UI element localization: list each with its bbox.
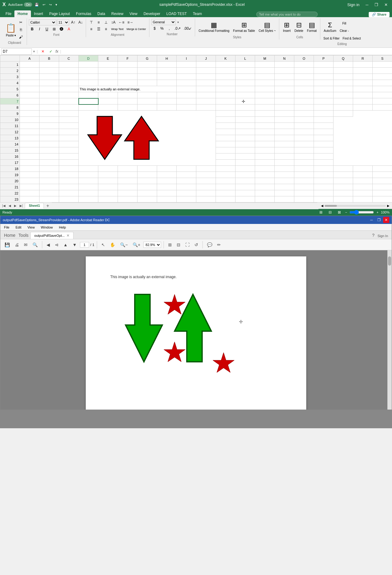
conditional-formatting-button[interactable]: ▦ Conditional Formatting — [197, 19, 231, 35]
row-header-6[interactable]: 6 — [0, 92, 20, 98]
pdf-save-button[interactable]: 💾 — [3, 241, 12, 248]
indent-increase-button[interactable]: ≡→ — [126, 19, 134, 26]
paste-dropdown-icon[interactable]: ▾ — [14, 34, 16, 37]
col-header-n[interactable]: N — [275, 55, 294, 62]
pdf-select-tool[interactable]: ↖ — [100, 241, 107, 248]
restore-button[interactable]: ❐ — [373, 2, 380, 8]
sheet-nav-last[interactable]: ▶| — [19, 203, 24, 208]
tab-developer[interactable]: Developer — [141, 10, 164, 17]
zoom-plus[interactable]: + — [376, 210, 378, 214]
pdf-menu-help[interactable]: Help — [58, 225, 67, 230]
text-direction-button[interactable]: ↕A — [110, 19, 117, 26]
pdf-comment-button[interactable]: 💬 — [205, 241, 214, 248]
col-header-g[interactable]: G — [138, 55, 157, 62]
pdf-fit-width-button[interactable]: ⊟ — [175, 241, 182, 248]
close-button[interactable]: ✕ — [383, 2, 390, 8]
tab-page-layout[interactable]: Page Layout — [46, 10, 73, 17]
save-button[interactable]: 💾 — [33, 2, 40, 7]
align-right-button[interactable]: ≡ — [103, 26, 109, 32]
pdf-menu-view[interactable]: View — [26, 225, 36, 230]
tell-me-input[interactable] — [256, 12, 318, 17]
page-break-view-btn[interactable]: ⊠ — [336, 209, 343, 216]
align-middle-button[interactable]: ≡ — [95, 19, 102, 26]
align-left-button[interactable]: ≡ — [88, 26, 95, 32]
undo-button[interactable]: ↩ — [41, 2, 47, 7]
sheet-tab-sheet1[interactable]: Sheet1 — [25, 203, 44, 209]
fill-color-button[interactable]: 🅐 — [58, 26, 65, 32]
pdf-page-input[interactable] — [80, 242, 89, 248]
insert-cells-button[interactable]: ⊞ Insert — [281, 19, 292, 35]
font-name-select[interactable]: Calibri — [29, 19, 56, 25]
pdf-fit-page-button[interactable]: ⊞ — [166, 241, 174, 248]
decrease-font-button[interactable]: A↓ — [77, 19, 84, 26]
tab-file[interactable]: File — [2, 10, 14, 17]
align-bottom-button[interactable]: ⊥ — [103, 19, 109, 26]
pdf-zoom-in-button[interactable]: 🔍+ — [131, 241, 142, 248]
pdf-zoom-select[interactable]: 82.9% — [143, 242, 161, 248]
pdf-first-page-button[interactable]: ⊲ — [53, 241, 60, 248]
pdf-next-button[interactable]: ▼ — [71, 241, 79, 248]
formula-expand-icon[interactable]: ▾ — [33, 49, 35, 54]
cell-d5[interactable]: This image is actually an external image… — [79, 86, 177, 92]
pdf-scrollbar[interactable] — [387, 250, 392, 410]
pdf-fullscreen-button[interactable]: ⛶ — [183, 241, 191, 248]
merge-center-button[interactable]: Merge & Center — [125, 26, 147, 32]
pdf-minimize-button[interactable]: ─ — [368, 217, 375, 223]
row-header-4[interactable]: 4 — [0, 80, 20, 86]
pdf-prev-button[interactable]: ▲ — [62, 241, 70, 248]
spreadsheet-container[interactable]: A B C D E F G H I J K L M N O P Q R S — [0, 55, 392, 202]
page-layout-view-btn[interactable]: ⊟ — [327, 209, 334, 216]
scroll-right-icon[interactable]: ▶ — [387, 204, 390, 207]
increase-decimal-button[interactable]: .0↗ — [173, 25, 182, 32]
fill-button[interactable]: Fill — [338, 20, 350, 27]
col-header-i[interactable]: I — [177, 55, 196, 62]
row-header-5[interactable]: 5 — [0, 86, 20, 92]
percent-button[interactable]: % — [159, 25, 165, 32]
pdf-menu-edit[interactable]: Edit — [14, 225, 23, 230]
tab-load-test[interactable]: LOAD TEST — [163, 10, 190, 17]
decrease-decimal-button[interactable]: .00↙ — [183, 25, 193, 32]
col-header-p[interactable]: P — [314, 55, 334, 62]
pdf-sign-in-button[interactable]: Sign In — [376, 233, 389, 239]
autosum-button[interactable]: Σ AutoSum — [322, 19, 338, 35]
row-header-8[interactable]: 8 — [0, 104, 20, 111]
clear-button[interactable]: Clear - — [338, 27, 350, 34]
scroll-left-icon[interactable]: ◀ — [321, 204, 323, 207]
cut-button[interactable]: ✂ — [17, 19, 24, 26]
sheet-nav-prev[interactable]: ◀ — [8, 203, 12, 208]
add-sheet-button[interactable]: + — [45, 203, 50, 209]
pdf-tab[interactable]: outputPdfSaveOpt... ✕ — [30, 232, 74, 239]
tab-home[interactable]: Home — [14, 10, 31, 17]
pdf-prev-page-button[interactable]: ◀ — [45, 241, 52, 248]
col-header-j[interactable]: J — [196, 55, 216, 62]
pdf-tools-button[interactable]: Tools — [17, 232, 30, 239]
col-header-a[interactable]: A — [20, 55, 40, 62]
h-scroll-track[interactable] — [325, 205, 386, 207]
tab-data[interactable]: Data — [94, 10, 108, 17]
autosave-toggle[interactable]: On — [24, 2, 32, 7]
font-size-select[interactable]: 11 — [57, 19, 69, 25]
formula-input[interactable] — [63, 49, 391, 54]
confirm-formula-button[interactable]: ✓ — [47, 48, 54, 55]
pdf-zoom-out-button[interactable]: 🔍− — [118, 241, 130, 248]
bold-button[interactable]: B — [29, 26, 36, 32]
pdf-pen-button[interactable]: ✏ — [215, 241, 223, 248]
tab-formulas[interactable]: Formulas — [73, 10, 94, 17]
row-header-9[interactable]: 9 — [0, 111, 20, 117]
cell-d7-selected[interactable] — [79, 98, 98, 104]
col-header-q[interactable]: Q — [334, 55, 353, 62]
tab-review[interactable]: Review — [108, 10, 126, 17]
col-header-m[interactable]: M — [255, 55, 275, 62]
row-header-1[interactable]: 1 — [0, 62, 20, 68]
col-header-e[interactable]: E — [98, 55, 118, 62]
format-as-table-button[interactable]: ⊞ Format as Table — [232, 19, 257, 35]
number-format-dropdown[interactable]: ▾ — [176, 20, 180, 25]
zoom-minus[interactable]: − — [345, 210, 347, 214]
col-header-r[interactable]: R — [353, 55, 373, 62]
align-top-button[interactable]: ⊤ — [88, 19, 95, 26]
pdf-email-button[interactable]: ✉ — [22, 241, 29, 248]
col-header-d[interactable]: D — [79, 55, 98, 62]
col-header-f[interactable]: F — [118, 55, 138, 62]
col-header-s[interactable]: S — [373, 55, 392, 62]
col-header-c[interactable]: C — [59, 55, 79, 62]
